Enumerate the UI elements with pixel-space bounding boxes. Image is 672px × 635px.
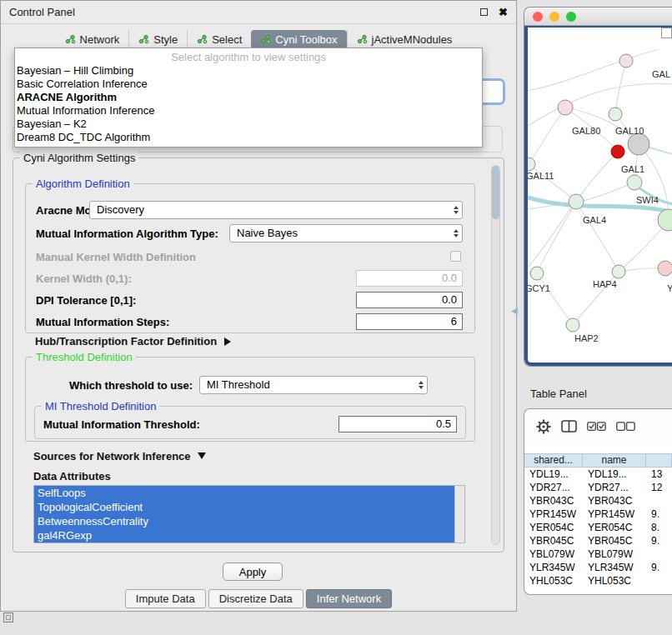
node-label-gal10: GAL10 — [615, 126, 644, 136]
close-traffic-light[interactable] — [533, 12, 543, 22]
collapse-down-icon[interactable] — [198, 452, 206, 459]
attribute-gal4rgexp[interactable]: gal4RGexp — [34, 528, 454, 542]
settings-scrollbar[interactable] — [491, 165, 500, 545]
network-canvas[interactable]: GALGAL80GAL10GAL11GAL1SWI4GAL4GCY1HAP4HA… — [528, 28, 672, 364]
aracne-mode-combobox[interactable]: Discovery — [89, 201, 463, 219]
algorithm-option-dream8-dc-tdc-algorithm[interactable]: Dream8 DC_TDC Algorithm — [15, 131, 482, 144]
network-node-gal[interactable] — [619, 54, 633, 68]
kernel-width-label: Kernel Width (0,1): — [36, 272, 132, 285]
attribute-betweennesscentrality[interactable]: BetweennessCentrality — [34, 514, 454, 528]
algorithm-option-bayesian-hill-climbing[interactable]: Bayesian – Hill Climbing — [15, 64, 482, 78]
bottom-tab-infer-network[interactable]: Infer Network — [306, 589, 392, 608]
bottom-tab-discretize-data[interactable]: Discretize Data — [208, 589, 303, 608]
network-node-gal10[interactable] — [609, 108, 622, 121]
mi-type-combobox[interactable]: Naive Bayes — [229, 224, 463, 242]
network-edge[interactable] — [531, 108, 565, 161]
network-scroll-corner[interactable] — [661, 28, 672, 38]
mi-type-label: Mutual Information Algorithm Type: — [36, 228, 218, 240]
data-attributes-label: Data Attributes — [33, 470, 111, 482]
network-edge[interactable] — [639, 144, 669, 216]
network-edge[interactable] — [528, 206, 573, 268]
network-node[interactable] — [611, 145, 624, 158]
desktop: Control Panel ✖ Network — [0, 0, 672, 635]
hub-definition-section[interactable]: Hub/Transcription Factor Definition — [35, 335, 231, 348]
columns-icon[interactable] — [561, 420, 577, 435]
algorithm-option-mutual-information-inference[interactable]: Mutual Information Inference — [15, 104, 482, 118]
table-row[interactable]: YDR27... YDR27... 12 — [524, 481, 672, 494]
network-node[interactable] — [658, 261, 672, 276]
network-node-gal1[interactable] — [627, 175, 642, 190]
table-row[interactable]: YER054C YER054C 8. — [524, 521, 672, 534]
network-node-gcy1[interactable] — [530, 267, 544, 280]
network-node[interactable] — [628, 133, 649, 155]
network-node-gal4[interactable] — [569, 194, 584, 209]
which-threshold-combobox[interactable]: MI Threshold — [199, 376, 428, 394]
apply-button[interactable]: Apply — [223, 562, 283, 581]
maximize-traffic-light[interactable] — [566, 12, 576, 22]
dpi-tolerance-field[interactable]: 0.0 — [356, 292, 463, 308]
network-node-hap4[interactable] — [612, 265, 625, 278]
mi-steps-field[interactable]: 6 — [356, 313, 463, 330]
node-label-hap4: HAP4 — [593, 279, 617, 289]
network-edge[interactable] — [578, 152, 618, 199]
network-edge[interactable] — [616, 61, 626, 108]
expand-right-icon[interactable] — [224, 338, 231, 346]
cell-extra: 12 — [646, 481, 672, 494]
deselect-all-checkboxes-icon[interactable] — [616, 422, 635, 434]
table-row[interactable]: YBL079W YBL079W — [524, 548, 672, 561]
algorithm-option-aracne-algorithm[interactable]: ARACNE Algorithm — [15, 91, 482, 104]
column-header-shared-name[interactable]: shared... — [524, 454, 583, 467]
attribute-topologicalcoefficient[interactable]: TopologicalCoefficient — [34, 500, 454, 514]
network-edge[interactable] — [583, 182, 634, 201]
threshold-definition-group: Threshold Definition Which threshold to … — [25, 357, 475, 442]
manual-kernel-checkbox[interactable] — [450, 251, 461, 262]
table-row[interactable]: YHL053C YHL053C — [524, 574, 672, 588]
float-panel-icon[interactable] — [480, 8, 488, 16]
close-icon[interactable]: ✖ — [499, 7, 508, 18]
dock-panel-icon[interactable] — [3, 612, 13, 622]
attribute-selfloops[interactable]: SelfLoops — [34, 486, 454, 500]
tab-label: Style — [153, 33, 178, 46]
network-node-hap2[interactable] — [566, 318, 579, 332]
tab-select[interactable]: Select — [187, 30, 251, 49]
scrollbar-thumb[interactable] — [492, 166, 499, 219]
network-node-gal80[interactable] — [558, 100, 573, 115]
network-edge[interactable] — [576, 202, 617, 269]
tab-style[interactable]: Style — [128, 30, 187, 49]
tab-network[interactable]: Network — [56, 30, 129, 49]
table-panel-title: Table Panel — [530, 388, 587, 400]
table-row[interactable]: YDL19... YDL19... 13 — [524, 468, 672, 481]
network-tab-icon — [260, 34, 271, 44]
kernel-width-field[interactable]: 0.0 — [356, 270, 463, 287]
panel-collapse-arrow[interactable]: ◀ — [511, 306, 518, 315]
gear-icon[interactable] — [536, 419, 551, 437]
network-tab-icon — [197, 34, 208, 44]
network-tab-icon — [138, 34, 149, 44]
tab-jactivemnodules[interactable]: jActiveMNodules — [347, 30, 462, 49]
attribute-list-scrollbar[interactable] — [454, 486, 464, 542]
minimize-traffic-light[interactable] — [549, 12, 559, 22]
data-attribute-item-partial[interactable] — [34, 542, 454, 543]
network-edge[interactable] — [529, 164, 574, 199]
node-label-gal: GAL — [652, 69, 670, 79]
data-attributes-list[interactable]: SelfLoopsTopologicalCoefficientBetweenne… — [33, 485, 465, 543]
network-window-titlebar[interactable] — [524, 8, 672, 26]
table-row[interactable]: YBR043C YBR043C — [524, 494, 672, 508]
tab-cyni-toolbox[interactable]: Cyni Toolbox — [251, 30, 346, 49]
mi-threshold-field[interactable]: 0.5 — [339, 416, 457, 432]
table-row[interactable]: YPR145W YPR145W 9. — [524, 508, 672, 521]
bottom-tab-impute-data[interactable]: Impute Data — [125, 589, 206, 608]
column-header-extra[interactable] — [646, 454, 672, 467]
algorithm-definition-group: Algorithm Definition Aracne Mode: Discov… — [25, 183, 475, 333]
network-node-swi4[interactable] — [658, 209, 672, 231]
network-edge[interactable] — [528, 83, 672, 126]
column-header-name[interactable]: name — [583, 454, 646, 467]
sources-section[interactable]: Sources for Network Inference — [33, 450, 206, 462]
algorithm-option-basic-correlation-inference[interactable]: Basic Correlation Inference — [15, 78, 482, 91]
network-edge[interactable] — [538, 202, 576, 271]
algorithm-option-bayesian-k2[interactable]: Bayesian – K2 — [15, 118, 482, 131]
network-edge[interactable] — [537, 273, 571, 322]
table-row[interactable]: YBR045C YBR045C 9. — [524, 534, 672, 548]
table-row[interactable]: YLR345W YLR345W 9. — [524, 561, 672, 574]
select-all-checkboxes-icon[interactable] — [587, 422, 606, 434]
